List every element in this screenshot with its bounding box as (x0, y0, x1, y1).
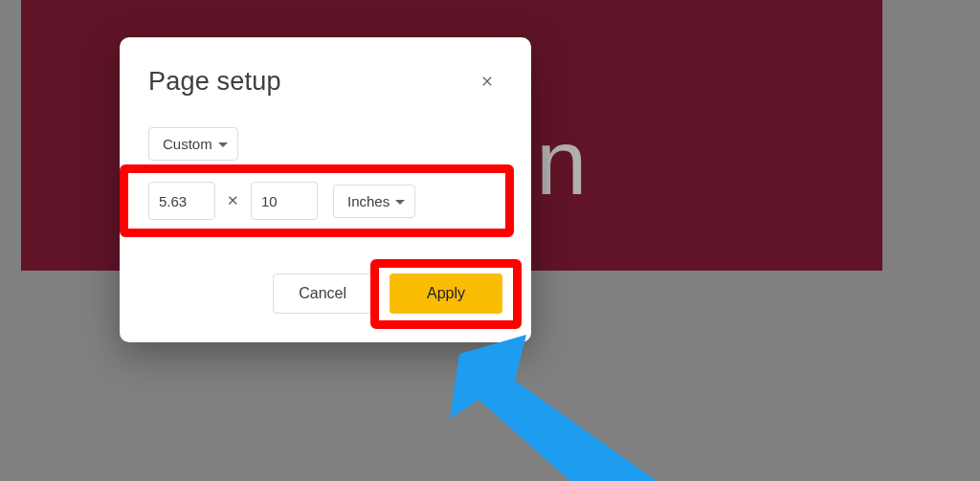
unit-dropdown-label: Inches (347, 193, 390, 209)
dialog-button-row: Cancel Apply (148, 273, 502, 314)
height-input[interactable] (251, 182, 318, 220)
unit-dropdown[interactable]: Inches (333, 185, 415, 218)
close-button[interactable] (472, 66, 502, 97)
preset-dropdown[interactable]: Custom (148, 127, 238, 161)
times-separator-icon: ✕ (225, 192, 241, 209)
close-icon (479, 74, 495, 89)
apply-button[interactable]: Apply (390, 273, 502, 314)
preset-dropdown-label: Custom (163, 136, 212, 152)
dimensions-row: ✕ Inches (148, 182, 502, 220)
dialog-title: Page setup (148, 67, 281, 97)
background-text: n (536, 110, 587, 215)
caret-down-icon (218, 142, 228, 147)
dialog-header: Page setup (148, 66, 502, 97)
cancel-button[interactable]: Cancel (273, 273, 372, 314)
caret-down-icon (395, 200, 405, 205)
width-input[interactable] (148, 182, 215, 220)
page-setup-dialog: Page setup Custom ✕ Inches Cancel Apply (120, 37, 531, 342)
